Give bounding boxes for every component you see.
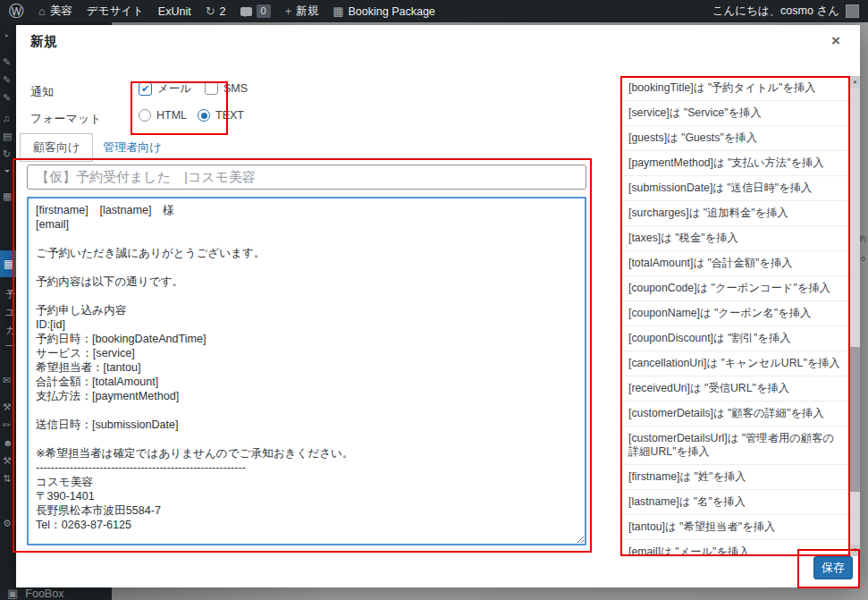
tag-item[interactable]: [email]は "メール"を挿入	[620, 540, 850, 556]
tag-item[interactable]: [receivedUri]は "受信URL"を挿入	[620, 376, 850, 401]
tag-item[interactable]: [couponName]は "クーポン名"を挿入	[620, 301, 850, 326]
tag-item[interactable]: [lastname]は "名"を挿入	[620, 490, 850, 515]
calendar-icon: ▦	[333, 4, 343, 18]
pages-icon[interactable]: ▤	[3, 130, 15, 143]
tag-item[interactable]: [service]は "Service"を挿入	[620, 101, 850, 126]
new-label: 新規	[296, 4, 318, 19]
tag-item[interactable]: [surcharges]は "追加料金"を挿入	[620, 201, 850, 226]
text-radio-label: TEXT	[215, 109, 244, 122]
tag-item[interactable]: [customerDetails]は "顧客の詳細"を挿入	[620, 401, 850, 427]
foobox-icon: ▣	[7, 587, 18, 600]
tag-item[interactable]: [firstname]は "姓"を挿入	[620, 465, 850, 490]
demo-site-link[interactable]: デモサイト	[87, 4, 144, 19]
booking-package-icon[interactable]: ▦	[0, 250, 16, 277]
comments-menu[interactable]: 0	[240, 4, 271, 18]
mail-body-textarea[interactable]: [firstname] [lastname] 様 [email] ご予約いただき…	[27, 197, 586, 545]
format-label: フォーマット	[30, 111, 102, 127]
users-icon[interactable]: ☻	[3, 436, 15, 450]
site-home-link[interactable]: ⌂ 美容	[38, 4, 72, 19]
sort-icon[interactable]: ⇅	[3, 472, 15, 486]
exunit-menu[interactable]: ExUnit	[158, 5, 191, 18]
radio-unselected-icon	[139, 109, 151, 122]
notification-label: 通知	[30, 84, 54, 100]
radio-selected-icon	[198, 109, 210, 122]
subject-input[interactable]	[27, 165, 586, 190]
close-icon[interactable]: ×	[831, 32, 840, 50]
scroll-up-icon[interactable]: ▲	[850, 76, 860, 88]
tab-customer[interactable]: 顧客向け	[20, 133, 93, 162]
scroll-down-icon[interactable]: ▼	[850, 545, 860, 556]
tag-item[interactable]: [couponCode]は "クーポンコード"を挿入	[620, 276, 850, 301]
comments-icon	[240, 7, 252, 16]
site-name: 美容	[50, 4, 72, 19]
tag-item[interactable]: [guests]は "Guests"を挿入	[620, 126, 850, 151]
mail-icon[interactable]: ✉	[3, 374, 15, 387]
settings-gear-icon[interactable]: ⚙	[3, 517, 15, 530]
plus-icon: +	[285, 4, 292, 18]
sidebar-submenu-item[interactable]: ユ	[5, 306, 16, 319]
text-radio[interactable]: TEXT	[198, 109, 244, 122]
sidebar-submenu-item[interactable]: カ	[5, 324, 16, 337]
sidebar-submenu-item[interactable]: 一	[5, 340, 16, 353]
foobox-label: FooBox	[25, 587, 63, 600]
sidebar-submenu-item[interactable]: 予	[5, 288, 16, 301]
comments-count: 0	[257, 4, 271, 18]
dashboard-icon[interactable]: ◔	[3, 30, 15, 43]
checkbox-checked-icon: ✔	[139, 82, 152, 96]
tools-icon[interactable]: ⚒	[3, 401, 15, 414]
tag-item[interactable]: [totalAmount]は "合計金額"を挿入	[620, 251, 850, 276]
greeting[interactable]: こんにちは、cosmo さん	[712, 4, 839, 19]
updates-menu[interactable]: ↻ 2	[206, 4, 226, 18]
tag-item[interactable]: [taxes]は "税金"を挿入	[620, 226, 850, 251]
tag-item[interactable]: [tantou]は "希望担当者"を挿入	[620, 515, 850, 540]
pin-icon[interactable]: ✎	[3, 73, 15, 87]
pin-icon[interactable]: ✎	[3, 91, 15, 105]
modal-title: 新規	[30, 33, 57, 50]
tag-item[interactable]: [bookingTitle]は "予約タイトル"を挿入	[620, 76, 850, 101]
checkbox-unchecked-icon	[205, 81, 218, 95]
save-button[interactable]: 保存	[813, 556, 853, 579]
sidebar-item-foobox[interactable]: ▣ FooBox	[7, 587, 63, 600]
tag-item[interactable]: [couponDiscount]は "割引"を挿入	[620, 326, 850, 351]
sms-checkbox[interactable]: SMS	[205, 81, 248, 95]
insert-tag-list: [bookingTitle]は "予約タイトル"を挿入 [service]は "…	[620, 76, 850, 556]
tab-administrator[interactable]: 管理者向け	[103, 139, 161, 156]
booking-package-label: Booking Package	[349, 5, 435, 18]
new-content-menu[interactable]: + 新規	[285, 4, 319, 19]
scrollbar-thumb[interactable]	[850, 347, 860, 492]
avatar	[846, 4, 859, 18]
admin-bar: Ⓦ ⌂ 美容 デモサイト ExUnit ↻ 2 0 + 新規 ▦ Booking…	[0, 0, 868, 22]
new-template-modal: 新規 × 通知 ✔ メール SMS フォーマット HTML TEXT 顧客向け …	[16, 25, 860, 587]
background-text-fragment: o	[861, 254, 865, 263]
appearance-icon[interactable]: ✏	[3, 418, 15, 432]
update-icon: ↻	[206, 4, 215, 18]
booking-package-menu[interactable]: ▦ Booking Package	[333, 4, 435, 18]
updates-count: 2	[220, 5, 226, 18]
screen: 約 o ◔ ✎ ✎ ✎ ♫ ▤ ↻ ▦ ▦ 予 ユ カ 一 ✉ ⚒ ✏ ☻ ⚒ …	[0, 0, 868, 600]
wp-logo-icon[interactable]: Ⓦ	[9, 1, 24, 21]
audience-tabs: 顧客向け 管理者向け	[20, 133, 162, 162]
sms-checkbox-label: SMS	[223, 82, 248, 95]
tag-item[interactable]: [submissionDate]は "送信日時"を挿入	[620, 176, 850, 201]
home-icon: ⌂	[38, 4, 46, 18]
tag-item[interactable]: [cancellationUri]は "キャンセルURL"を挿入	[620, 351, 850, 376]
mail-checkbox-label: メール	[157, 81, 191, 97]
html-radio-label: HTML	[156, 109, 187, 122]
tag-list-scrollbar[interactable]: ▲ ▼	[850, 76, 860, 556]
html-radio[interactable]: HTML	[139, 109, 187, 122]
media-icon[interactable]: ♫	[3, 112, 15, 125]
pin-icon[interactable]: ✎	[3, 55, 15, 69]
tag-item[interactable]: [customerDetailsUrl]は "管理者用の顧客の詳細URL"を挿入	[620, 427, 850, 465]
blocks-icon[interactable]: ▦	[3, 190, 15, 203]
tag-item[interactable]: [paymentMethod]は "支払い方法"を挿入	[620, 151, 850, 176]
reusable-blocks-icon[interactable]: ↻	[3, 148, 15, 161]
mail-checkbox[interactable]: ✔ メール	[139, 81, 191, 97]
wrench-icon[interactable]: ⚒	[3, 454, 15, 468]
